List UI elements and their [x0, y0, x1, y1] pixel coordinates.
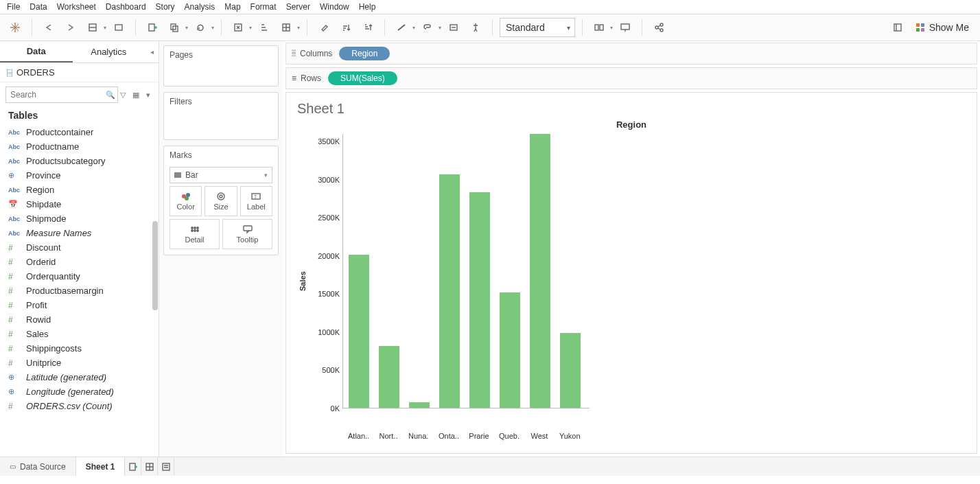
sort-asc-button[interactable] [336, 18, 355, 37]
new-worksheet-button[interactable] [125, 457, 141, 476]
field-orderquantity[interactable]: #Orderquantity [0, 269, 159, 284]
highlight-button[interactable] [314, 18, 334, 37]
fields-list[interactable]: AbcProductcontainerAbcProductnameAbcProd… [0, 125, 159, 457]
field-profit[interactable]: #Profit [0, 298, 159, 312]
tab-analytics[interactable]: Analytics [73, 41, 145, 62]
menu-data[interactable]: Data [30, 2, 47, 12]
save-button[interactable] [83, 18, 102, 37]
line-format-button[interactable] [392, 18, 411, 37]
menu-map[interactable]: Map [224, 2, 240, 12]
tab-sheet-1[interactable]: Sheet 1 [76, 457, 126, 476]
guide-button[interactable] [888, 18, 907, 37]
bar-queb[interactable] [500, 292, 520, 408]
size-shelf[interactable]: Size [205, 186, 237, 216]
columns-shelf[interactable]: ⦙⦙⦙Columns Region [285, 43, 977, 65]
fit-select[interactable]: Standard [500, 18, 575, 37]
mark-type-select[interactable]: Bar [170, 167, 272, 183]
menu-server[interactable]: Server [286, 2, 310, 12]
field-orders-csv-count-[interactable]: #ORDERS.csv (Count) [0, 399, 159, 413]
menu-dashboard[interactable]: Dashboard [106, 2, 146, 12]
bar-west[interactable] [530, 134, 550, 408]
field-province[interactable]: ⊕Province [0, 168, 159, 183]
field-sales[interactable]: #Sales [0, 327, 159, 341]
menu-format[interactable]: Format [250, 2, 277, 12]
rows-shelf[interactable]: ≡Rows SUM(Sales) [285, 67, 977, 89]
totals-button[interactable] [277, 18, 296, 37]
share-button[interactable] [649, 18, 668, 37]
detail-shelf[interactable]: Detail [170, 219, 220, 249]
color-shelf[interactable]: Color [170, 186, 202, 216]
menu-worksheet[interactable]: Worksheet [57, 2, 96, 12]
search-input[interactable] [5, 87, 118, 103]
bar-atlan[interactable] [349, 255, 369, 408]
field-shipdate[interactable]: 📅Shipdate [0, 197, 159, 211]
tooltip-shelf[interactable]: Tooltip [222, 219, 272, 249]
field-productname[interactable]: AbcProductname [0, 139, 159, 154]
field-unitprice[interactable]: #Unitprice [0, 356, 159, 370]
view-icon[interactable]: ▦ [131, 91, 141, 100]
refresh-button[interactable] [191, 18, 210, 37]
menu-story[interactable]: Story [156, 2, 175, 12]
bar-prarie[interactable] [469, 192, 490, 408]
menu-window[interactable]: Window [320, 2, 349, 12]
menu-file[interactable]: File [7, 2, 20, 12]
refresh-dropdown-icon[interactable]: ▾ [211, 25, 214, 31]
columns-pill-region[interactable]: Region [339, 47, 390, 60]
bar-onta[interactable] [439, 174, 460, 408]
bar-yukon[interactable] [560, 333, 581, 408]
undo-button[interactable] [39, 18, 58, 37]
swap-button[interactable] [229, 18, 248, 37]
totals-dropdown-icon[interactable]: ▾ [297, 25, 300, 31]
tableau-logo-icon[interactable] [5, 18, 25, 37]
data-source-row[interactable]: ⌸ ORDERS [0, 63, 159, 82]
new-sheet-button[interactable] [143, 18, 162, 37]
find-icon[interactable]: 🔍 [106, 91, 115, 100]
show-cards-button[interactable] [590, 18, 609, 37]
rows-pill-sales[interactable]: SUM(Sales) [328, 71, 397, 85]
show-me-button[interactable]: Show Me [910, 22, 975, 33]
pages-card[interactable]: Pages [163, 45, 279, 87]
field-longitude-generated-[interactable]: ⊕Longitude (generated) [0, 384, 159, 399]
mark-label-button[interactable] [444, 18, 463, 37]
bar-nuna[interactable] [409, 402, 430, 408]
swap-dropdown-icon[interactable]: ▾ [249, 25, 252, 31]
menu-help[interactable]: Help [359, 2, 376, 12]
filters-card[interactable]: Filters [163, 92, 279, 140]
label-shelf[interactable]: TLabel [240, 186, 272, 216]
attachment-dropdown-icon[interactable]: ▾ [439, 25, 441, 31]
save-dropdown-icon[interactable]: ▾ [104, 25, 106, 31]
field-productcontainer[interactable]: AbcProductcontainer [0, 125, 159, 139]
line-dropdown-icon[interactable]: ▾ [412, 25, 415, 31]
field-shippingcosts[interactable]: #Shippingcosts [0, 341, 159, 356]
new-dashboard-button[interactable] [141, 457, 158, 476]
new-story-button[interactable] [158, 457, 174, 476]
field-productbasemargin[interactable]: #Productbasemargin [0, 284, 159, 298]
new-data-button[interactable] [109, 18, 128, 37]
cards-dropdown-icon[interactable]: ▾ [610, 25, 613, 31]
menu-analysis[interactable]: Analysis [185, 2, 215, 12]
field-latitude-generated-[interactable]: ⊕Latitude (generated) [0, 370, 159, 384]
field-productsubcategory[interactable]: AbcProductsubcategory [0, 154, 159, 168]
sheet-title[interactable]: Sheet 1 [297, 101, 966, 117]
filter-icon[interactable]: ▽ [118, 91, 128, 100]
tab-data[interactable]: Data [0, 41, 73, 62]
pin-button[interactable] [466, 18, 485, 37]
plot-area[interactable] [342, 134, 590, 408]
collapse-pane-icon[interactable]: ◂ [145, 41, 159, 62]
field-measure-names[interactable]: AbcMeasure Names [0, 226, 159, 240]
presentation-button[interactable] [616, 18, 635, 37]
attachment-button[interactable] [418, 18, 437, 37]
tab-data-source[interactable]: ▭Data Source [0, 457, 76, 476]
field-rowid[interactable]: #Rowid [0, 312, 159, 327]
sort-button[interactable] [255, 18, 274, 37]
sort-desc-button[interactable] [358, 18, 377, 37]
field-shipmode[interactable]: AbcShipmode [0, 211, 159, 226]
field-discount[interactable]: #Discount [0, 240, 159, 255]
menu-icon[interactable]: ▾ [143, 91, 153, 100]
duplicate-dropdown-icon[interactable]: ▾ [185, 25, 188, 31]
redo-button[interactable] [61, 18, 80, 37]
scrollbar-thumb[interactable] [152, 221, 158, 310]
bar-nort[interactable] [379, 346, 399, 408]
field-region[interactable]: AbcRegion [0, 183, 159, 197]
duplicate-button[interactable] [165, 18, 184, 37]
